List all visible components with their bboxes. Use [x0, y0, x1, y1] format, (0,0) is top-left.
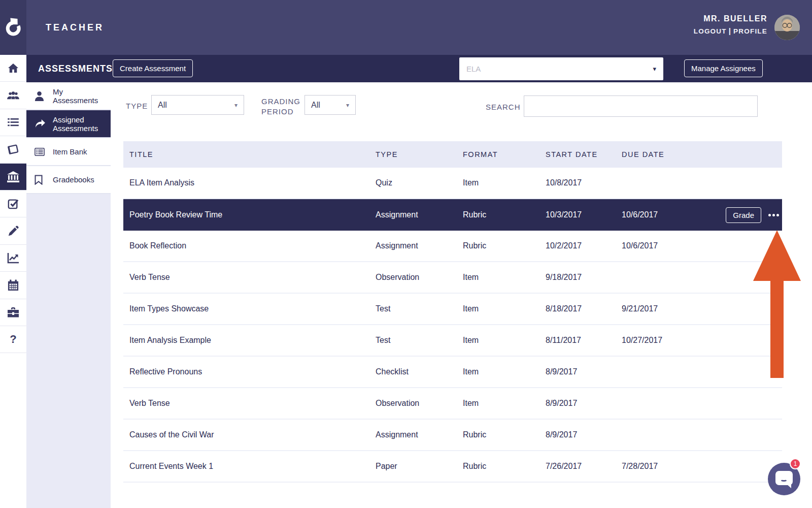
- cell-format: Rubric: [463, 241, 546, 250]
- page-title: ASSESSMENTS: [38, 55, 113, 82]
- table-row[interactable]: Causes of the Civil War Assignment Rubri…: [123, 420, 782, 451]
- people-icon: [7, 90, 19, 101]
- icon-rail: ?: [0, 55, 26, 508]
- cell-start-date: 7/26/2017: [546, 462, 622, 471]
- cell-format: Item: [463, 178, 546, 187]
- cell-title: Verb Tense: [123, 399, 376, 408]
- table-row[interactable]: Reflective Pronouns Checklist Item 8/9/2…: [123, 357, 782, 388]
- rail-item-resources[interactable]: [0, 299, 26, 326]
- cell-title: Item Types Showcase: [123, 304, 376, 313]
- chevron-down-icon: ▾: [234, 102, 238, 109]
- rail-item-calendar[interactable]: [0, 272, 26, 299]
- course-filter-value: ELA: [466, 65, 653, 73]
- table-row[interactable]: Verb Tense Observation Item 8/9/2017 Gra…: [123, 388, 782, 420]
- list-icon: [8, 118, 19, 127]
- cell-format: Item: [463, 336, 546, 345]
- type-filter-value: All: [158, 101, 167, 110]
- top-bar: TEACHER MR. BUELLER LOGOUT|PROFILE: [0, 0, 812, 55]
- sidebar-item-label: Gradebooks: [53, 175, 94, 184]
- cell-start-date: 8/9/2017: [546, 367, 622, 376]
- cell-start-date: 10/3/2017: [546, 210, 622, 219]
- assessments-sidebar: My Assessments Assigned Assessments Item…: [26, 82, 111, 508]
- calendar-icon: [8, 279, 19, 291]
- column-header-type: TYPE: [376, 150, 463, 158]
- sidebar-item-label: My Assessments: [53, 87, 106, 105]
- grading-period-label: GRADING PERIOD: [261, 97, 303, 116]
- column-header-due-date: DUE DATE: [622, 150, 782, 158]
- cell-type: Quiz: [376, 178, 463, 187]
- briefcase-icon: [7, 307, 19, 318]
- ellipsis-menu-icon[interactable]: [768, 214, 779, 216]
- cell-due-date: 7/28/2017: [622, 462, 782, 471]
- chevron-down-icon: ▾: [346, 102, 349, 109]
- user-avatar[interactable]: [774, 15, 800, 40]
- search-input[interactable]: [524, 96, 758, 117]
- table-row[interactable]: ELA Item Analysis Quiz Item 10/8/2017 Gr…: [123, 168, 782, 199]
- rail-item-students[interactable]: [0, 82, 26, 109]
- grade-button[interactable]: Grade: [726, 207, 761, 223]
- create-assessment-button[interactable]: Create Assessment: [113, 59, 193, 77]
- cell-format: Item: [463, 367, 546, 376]
- app-logo[interactable]: [0, 0, 26, 55]
- cell-format: Rubric: [463, 462, 546, 471]
- user-name: MR. BUELLER: [694, 14, 767, 23]
- cell-due-date: 10/6/2017: [622, 241, 782, 250]
- rail-item-help[interactable]: ?: [0, 326, 26, 353]
- column-header-start-date: START DATE: [546, 150, 622, 158]
- rail-item-analytics[interactable]: [0, 245, 26, 272]
- item-card-icon: [35, 148, 48, 156]
- sidebar-item-gradebooks[interactable]: Gradebooks: [26, 166, 111, 194]
- grading-period-select[interactable]: All ▾: [304, 95, 356, 115]
- cell-start-date: 8/9/2017: [546, 399, 622, 408]
- table-row[interactable]: Poetry Book Review Time Assignment Rubri…: [123, 199, 782, 231]
- line-chart-icon: [7, 252, 19, 264]
- row-actions: Grade: [726, 199, 779, 231]
- type-filter-select[interactable]: All ▾: [151, 95, 244, 115]
- table-row[interactable]: Book Reflection Assignment Rubric 10/2/2…: [123, 231, 782, 262]
- type-filter-label: TYPE: [126, 102, 148, 110]
- cell-start-date: 10/2/2017: [546, 241, 622, 250]
- column-header-title: TITLE: [123, 150, 376, 158]
- chevron-down-icon: ▾: [653, 65, 656, 73]
- sidebar-item-my-assessments[interactable]: My Assessments: [26, 82, 111, 110]
- pencil-icon: [8, 226, 19, 237]
- rail-item-home[interactable]: [0, 55, 26, 82]
- rail-item-lists[interactable]: [0, 109, 26, 136]
- table-row[interactable]: Item Types Showcase Test Item 8/18/2017 …: [123, 294, 782, 325]
- cell-start-date: 8/18/2017: [546, 304, 622, 313]
- logout-link[interactable]: LOGOUT: [694, 27, 727, 35]
- rail-item-assessments[interactable]: [0, 164, 26, 190]
- manage-assignees-button[interactable]: Manage Assignees: [684, 59, 763, 77]
- cell-type: Observation: [376, 399, 463, 408]
- sidebar-item-assigned-assessments[interactable]: Assigned Assessments: [26, 110, 111, 138]
- table-row[interactable]: Item Analysis Example Test Item 8/11/201…: [123, 325, 782, 357]
- cell-title: Item Analysis Example: [123, 336, 376, 345]
- search-label: SEARCH: [486, 103, 521, 111]
- cell-start-date: 8/9/2017: [546, 430, 622, 439]
- cell-format: Item: [463, 304, 546, 313]
- cell-format: Item: [463, 399, 546, 408]
- cell-type: Assignment: [376, 430, 463, 439]
- rail-item-grading[interactable]: [0, 190, 26, 217]
- cell-title: Reflective Pronouns: [123, 367, 376, 376]
- sidebar-item-label: Assigned Assessments: [53, 115, 106, 133]
- rail-item-classes[interactable]: [0, 136, 26, 163]
- cell-start-date: 9/18/2017: [546, 273, 622, 282]
- cell-format: Rubric: [463, 430, 546, 439]
- column-header-format: FORMAT: [463, 150, 546, 158]
- home-icon: [8, 63, 19, 73]
- profile-link[interactable]: PROFILE: [733, 27, 767, 35]
- avatar-photo-placeholder: [774, 15, 800, 40]
- table-row[interactable]: Current Events Week 1 Paper Rubric 7/26/…: [123, 451, 782, 483]
- table-row[interactable]: Verb Tense Observation Item 9/18/2017 Gr…: [123, 262, 782, 294]
- table-header: TITLE TYPE FORMAT START DATE DUE DATE: [123, 141, 782, 168]
- cell-title: Book Reflection: [123, 241, 376, 250]
- course-filter-select[interactable]: ELA ▾: [459, 57, 663, 80]
- cell-start-date: 8/11/2017: [546, 336, 622, 345]
- cell-format: Rubric: [463, 210, 546, 219]
- chat-bubble-icon: [775, 471, 793, 485]
- sidebar-item-item-bank[interactable]: Item Bank: [26, 138, 111, 166]
- share-arrow-icon: [35, 119, 48, 129]
- rail-item-compose[interactable]: [0, 217, 26, 244]
- bank-icon: [7, 171, 19, 182]
